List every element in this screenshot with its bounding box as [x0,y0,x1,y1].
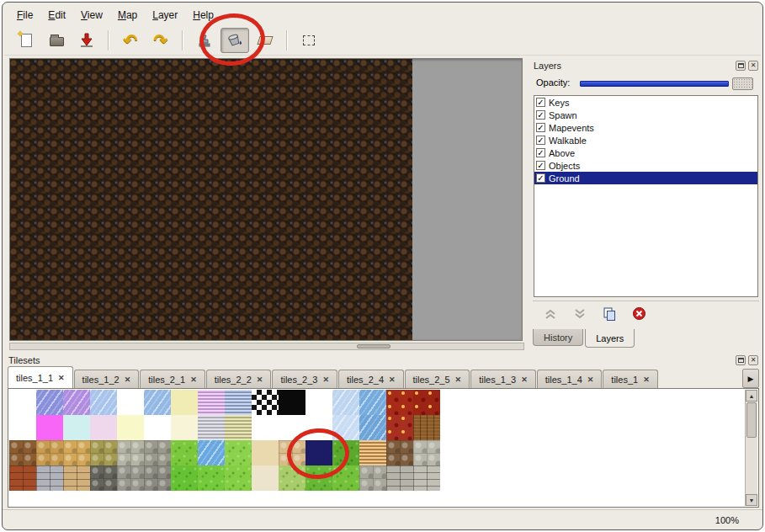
detach-panel-icon[interactable] [736,355,746,365]
duplicate-layer-button[interactable] [598,304,620,324]
layer-row-above[interactable]: ✓Above [534,146,757,159]
tile-2-2[interactable] [63,440,90,466]
layer-row-spawn[interactable]: ✓Spawn [534,109,757,121]
layer-row-ground[interactable]: ✓Ground [534,172,757,184]
close-panel-icon[interactable]: ✕ [748,355,758,365]
stamp-tool-button[interactable] [190,28,219,53]
delete-layer-button[interactable] [628,304,650,324]
tile-0-11[interactable] [305,390,332,415]
raise-layer-button[interactable] [539,304,561,324]
tile-3-11[interactable] [305,466,332,491]
scrollbar-thumb[interactable] [357,344,390,348]
menu-layer[interactable]: Layer [145,7,185,24]
opacity-slider-track[interactable] [580,81,729,87]
tile-2-6[interactable] [171,440,198,466]
tab-history[interactable]: History [533,329,583,346]
tile-1-12[interactable] [332,415,359,440]
tile-1-15[interactable] [413,415,440,440]
tile-2-7[interactable] [198,440,225,466]
tile-0-4[interactable] [117,390,144,415]
tile-1-5[interactable] [144,415,171,440]
tileset-tab-tiles_1_2[interactable]: tiles_1_2✕ [74,370,140,388]
tile-1-13[interactable] [359,415,386,440]
tile-1-14[interactable] [386,415,413,440]
tile-2-14[interactable] [386,440,413,466]
close-tab-icon[interactable]: ✕ [257,375,263,384]
open-button[interactable] [42,28,71,53]
tile-0-0[interactable] [9,390,36,415]
layer-visible-checkbox[interactable]: ✓ [536,136,545,145]
tile-0-5[interactable] [144,390,171,415]
tile-2-9[interactable] [252,440,279,466]
close-tab-icon[interactable]: ✕ [521,375,528,384]
tile-0-13[interactable] [359,390,386,415]
tileset-tab-tiles_1_1[interactable]: tiles_1_1✕ [8,366,73,388]
tileset-tab-tiles_2_1[interactable]: tiles_2_1✕ [140,370,205,388]
tile-2-8[interactable] [225,440,252,466]
tile-1-0[interactable] [9,415,36,440]
tile-1-6[interactable] [171,415,198,440]
menu-map[interactable]: Map [110,7,145,24]
tile-2-1[interactable] [36,440,63,466]
close-tab-icon[interactable]: ✕ [455,375,462,384]
close-tab-icon[interactable]: ✕ [587,375,594,384]
tile-0-14[interactable] [386,390,413,415]
tile-2-15[interactable] [413,440,440,466]
tile-0-9[interactable] [252,390,279,415]
layer-row-objects[interactable]: ✓Objects [534,159,757,172]
lower-layer-button[interactable] [569,304,591,324]
layer-row-mapevents[interactable]: ✓Mapevents [534,121,757,134]
layer-visible-checkbox[interactable]: ✓ [536,161,545,170]
tileset-tab-tiles_2_4[interactable]: tiles_2_4✕ [338,370,404,388]
menu-edit[interactable]: Edit [40,7,73,24]
tile-3-12[interactable] [332,466,359,491]
tile-0-12[interactable] [332,390,359,415]
map-horizontal-scrollbar[interactable] [9,343,524,350]
tile-1-7[interactable] [198,415,225,440]
tile-3-5[interactable] [144,466,171,491]
detach-panel-icon[interactable] [736,61,746,71]
tile-3-15[interactable] [413,466,440,491]
tile-0-1[interactable] [36,390,63,415]
tile-1-2[interactable] [63,415,90,440]
tile-3-0[interactable] [9,466,36,491]
tile-0-2[interactable] [63,390,90,415]
close-panel-icon[interactable]: ✕ [748,61,758,71]
layer-row-walkable[interactable]: ✓Walkable [534,134,757,146]
tile-2-5[interactable] [144,440,171,466]
tile-0-15[interactable] [413,390,440,415]
menu-help[interactable]: Help [185,7,221,24]
tile-3-10[interactable] [279,466,305,491]
tab-layers[interactable]: Layers [585,329,635,348]
close-tab-icon[interactable]: ✕ [643,375,650,384]
tile-3-14[interactable] [386,466,413,491]
tile-2-13[interactable] [359,440,386,466]
opacity-slider-handle[interactable] [732,77,753,90]
layer-visible-checkbox[interactable]: ✓ [536,110,545,120]
close-tab-icon[interactable]: ✕ [125,375,131,384]
close-tab-icon[interactable]: ✕ [322,375,329,384]
tile-0-8[interactable] [225,390,252,415]
tile-0-6[interactable] [171,390,198,415]
tile-1-3[interactable] [90,415,117,440]
scrollbar-thumb[interactable] [746,402,757,438]
rect-select-tool-button[interactable] [295,28,323,53]
tile-2-3[interactable] [90,440,117,466]
layer-visible-checkbox[interactable]: ✓ [536,98,545,107]
tileset-tab-tiles_1[interactable]: tiles_1✕ [603,370,657,388]
new-map-button[interactable]: ✦ [12,28,40,53]
tileset-tab-tiles_1_4[interactable]: tiles_1_4✕ [537,370,603,388]
tileset-tab-tiles_1_3[interactable]: tiles_1_3✕ [470,370,536,388]
tile-2-11[interactable] [305,440,332,466]
scroll-down-button[interactable]: ▼ [746,494,757,506]
tile-3-13[interactable] [359,466,386,491]
tileset-tab-tiles_2_5[interactable]: tiles_2_5✕ [405,370,470,388]
layer-row-keys[interactable]: ✓Keys [534,96,757,109]
menu-view[interactable]: View [73,7,110,24]
close-tab-icon[interactable]: ✕ [389,375,396,384]
layer-list[interactable]: ✓Keys✓Spawn✓Mapevents✓Walkable✓Above✓Obj… [534,95,758,297]
tile-1-10[interactable] [279,415,305,440]
tile-0-3[interactable] [90,390,117,415]
tileset-vertical-scrollbar[interactable]: ▲ ▼ [745,390,757,506]
tile-3-8[interactable] [225,466,252,491]
